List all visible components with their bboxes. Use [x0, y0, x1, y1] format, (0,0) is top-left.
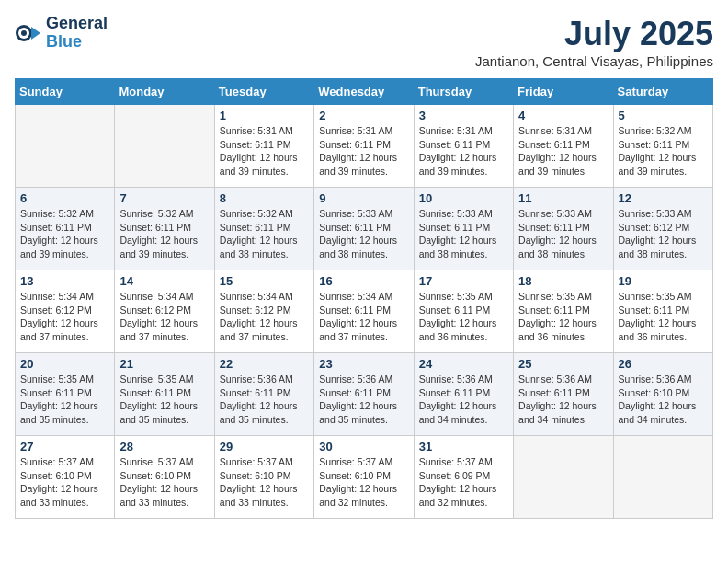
column-header-sunday: Sunday: [16, 79, 115, 105]
month-title: July 2025: [475, 15, 713, 53]
week-row-2: 6Sunrise: 5:32 AM Sunset: 6:11 PM Daylig…: [16, 188, 713, 270]
day-number: 17: [419, 274, 508, 288]
calendar: SundayMondayTuesdayWednesdayThursdayFrid…: [15, 78, 713, 519]
day-info: Sunrise: 5:36 AM Sunset: 6:11 PM Dayligh…: [220, 373, 309, 427]
calendar-cell: 29Sunrise: 5:37 AM Sunset: 6:10 PM Dayli…: [214, 436, 313, 519]
calendar-cell: 30Sunrise: 5:37 AM Sunset: 6:10 PM Dayli…: [314, 436, 414, 519]
day-number: 16: [319, 274, 408, 288]
day-number: 22: [220, 357, 309, 371]
day-number: 2: [319, 109, 408, 122]
day-info: Sunrise: 5:35 AM Sunset: 6:11 PM Dayligh…: [419, 290, 508, 344]
day-number: 4: [518, 109, 608, 122]
day-info: Sunrise: 5:36 AM Sunset: 6:10 PM Dayligh…: [619, 373, 708, 427]
calendar-cell: 1Sunrise: 5:31 AM Sunset: 6:11 PM Daylig…: [214, 105, 313, 188]
calendar-header-row: SundayMondayTuesdayWednesdayThursdayFrid…: [16, 79, 713, 105]
day-info: Sunrise: 5:37 AM Sunset: 6:10 PM Dayligh…: [119, 455, 209, 510]
calendar-cell: [613, 436, 712, 519]
page-header: General Blue July 2025 Jantianon, Centra…: [15, 15, 713, 69]
calendar-cell: 10Sunrise: 5:33 AM Sunset: 6:11 PM Dayli…: [414, 188, 513, 270]
day-number: 28: [119, 440, 209, 454]
day-info: Sunrise: 5:35 AM Sunset: 6:11 PM Dayligh…: [518, 290, 608, 344]
day-info: Sunrise: 5:31 AM Sunset: 6:11 PM Dayligh…: [319, 124, 408, 178]
day-number: 19: [619, 274, 708, 288]
day-info: Sunrise: 5:34 AM Sunset: 6:12 PM Dayligh…: [220, 290, 309, 344]
location-title: Jantianon, Central Visayas, Philippines: [475, 53, 713, 69]
calendar-cell: 13Sunrise: 5:34 AM Sunset: 6:12 PM Dayli…: [16, 270, 115, 353]
day-info: Sunrise: 5:32 AM Sunset: 6:11 PM Dayligh…: [119, 207, 209, 261]
day-info: Sunrise: 5:32 AM Sunset: 6:11 PM Dayligh…: [20, 207, 109, 261]
day-info: Sunrise: 5:34 AM Sunset: 6:12 PM Dayligh…: [119, 290, 209, 344]
day-info: Sunrise: 5:37 AM Sunset: 6:09 PM Dayligh…: [419, 455, 508, 510]
day-number: 12: [619, 191, 708, 205]
week-row-5: 27Sunrise: 5:37 AM Sunset: 6:10 PM Dayli…: [16, 436, 713, 519]
day-number: 23: [319, 357, 408, 371]
day-number: 24: [419, 357, 508, 371]
week-row-4: 20Sunrise: 5:35 AM Sunset: 6:11 PM Dayli…: [16, 353, 713, 436]
week-row-1: 1Sunrise: 5:31 AM Sunset: 6:11 PM Daylig…: [16, 105, 713, 188]
day-number: 29: [220, 440, 309, 454]
day-number: 5: [619, 109, 708, 122]
day-info: Sunrise: 5:31 AM Sunset: 6:11 PM Dayligh…: [220, 124, 309, 178]
day-number: 26: [619, 357, 708, 371]
day-number: 18: [518, 274, 608, 288]
day-info: Sunrise: 5:37 AM Sunset: 6:10 PM Dayligh…: [319, 455, 408, 510]
day-number: 10: [419, 191, 508, 205]
calendar-cell: 16Sunrise: 5:34 AM Sunset: 6:11 PM Dayli…: [314, 270, 414, 353]
column-header-wednesday: Wednesday: [314, 79, 414, 105]
calendar-cell: 28Sunrise: 5:37 AM Sunset: 6:10 PM Dayli…: [115, 436, 214, 519]
calendar-cell: 3Sunrise: 5:31 AM Sunset: 6:11 PM Daylig…: [414, 105, 513, 188]
day-number: 3: [419, 109, 508, 122]
calendar-cell: 14Sunrise: 5:34 AM Sunset: 6:12 PM Dayli…: [115, 270, 214, 353]
day-info: Sunrise: 5:33 AM Sunset: 6:12 PM Dayligh…: [619, 207, 708, 261]
day-info: Sunrise: 5:31 AM Sunset: 6:11 PM Dayligh…: [419, 124, 508, 178]
calendar-cell: 5Sunrise: 5:32 AM Sunset: 6:11 PM Daylig…: [613, 105, 712, 188]
calendar-cell: 7Sunrise: 5:32 AM Sunset: 6:11 PM Daylig…: [115, 188, 214, 270]
calendar-cell: 27Sunrise: 5:37 AM Sunset: 6:10 PM Dayli…: [16, 436, 115, 519]
day-info: Sunrise: 5:33 AM Sunset: 6:11 PM Dayligh…: [518, 207, 608, 261]
column-header-saturday: Saturday: [613, 79, 712, 105]
day-info: Sunrise: 5:35 AM Sunset: 6:11 PM Dayligh…: [619, 290, 708, 344]
calendar-cell: [514, 436, 613, 519]
day-info: Sunrise: 5:37 AM Sunset: 6:10 PM Dayligh…: [20, 455, 109, 510]
calendar-cell: 26Sunrise: 5:36 AM Sunset: 6:10 PM Dayli…: [613, 353, 712, 436]
logo-icon: [15, 19, 42, 47]
calendar-cell: 6Sunrise: 5:32 AM Sunset: 6:11 PM Daylig…: [16, 188, 115, 270]
day-number: 8: [220, 191, 309, 205]
column-header-tuesday: Tuesday: [214, 79, 313, 105]
day-number: 20: [20, 357, 109, 371]
calendar-cell: 20Sunrise: 5:35 AM Sunset: 6:11 PM Dayli…: [16, 353, 115, 436]
day-info: Sunrise: 5:35 AM Sunset: 6:11 PM Dayligh…: [20, 373, 109, 427]
day-info: Sunrise: 5:33 AM Sunset: 6:11 PM Dayligh…: [319, 207, 408, 261]
day-info: Sunrise: 5:32 AM Sunset: 6:11 PM Dayligh…: [220, 207, 309, 261]
day-number: 25: [518, 357, 608, 371]
calendar-cell: [16, 105, 115, 188]
svg-marker-3: [31, 27, 40, 40]
calendar-cell: 31Sunrise: 5:37 AM Sunset: 6:09 PM Dayli…: [414, 436, 513, 519]
day-number: 6: [20, 191, 109, 205]
day-info: Sunrise: 5:34 AM Sunset: 6:12 PM Dayligh…: [20, 290, 109, 344]
calendar-cell: 22Sunrise: 5:36 AM Sunset: 6:11 PM Dayli…: [214, 353, 313, 436]
day-number: 1: [220, 109, 309, 122]
day-number: 9: [319, 191, 408, 205]
calendar-cell: 18Sunrise: 5:35 AM Sunset: 6:11 PM Dayli…: [514, 270, 613, 353]
day-number: 14: [119, 274, 209, 288]
column-header-friday: Friday: [514, 79, 613, 105]
logo: General Blue: [15, 15, 108, 52]
calendar-cell: 8Sunrise: 5:32 AM Sunset: 6:11 PM Daylig…: [214, 188, 313, 270]
calendar-cell: [115, 105, 214, 188]
day-number: 21: [119, 357, 209, 371]
day-info: Sunrise: 5:34 AM Sunset: 6:11 PM Dayligh…: [319, 290, 408, 344]
day-info: Sunrise: 5:36 AM Sunset: 6:11 PM Dayligh…: [419, 373, 508, 427]
day-number: 7: [119, 191, 209, 205]
day-info: Sunrise: 5:33 AM Sunset: 6:11 PM Dayligh…: [419, 207, 508, 261]
logo-general: General: [46, 15, 108, 33]
day-info: Sunrise: 5:31 AM Sunset: 6:11 PM Dayligh…: [518, 124, 608, 178]
week-row-3: 13Sunrise: 5:34 AM Sunset: 6:12 PM Dayli…: [16, 270, 713, 353]
title-area: July 2025 Jantianon, Central Visayas, Ph…: [475, 15, 713, 69]
day-number: 27: [20, 440, 109, 454]
calendar-cell: 12Sunrise: 5:33 AM Sunset: 6:12 PM Dayli…: [613, 188, 712, 270]
logo-text: General Blue: [46, 15, 108, 52]
day-info: Sunrise: 5:36 AM Sunset: 6:11 PM Dayligh…: [319, 373, 408, 427]
column-header-monday: Monday: [115, 79, 214, 105]
day-info: Sunrise: 5:37 AM Sunset: 6:10 PM Dayligh…: [220, 455, 309, 510]
